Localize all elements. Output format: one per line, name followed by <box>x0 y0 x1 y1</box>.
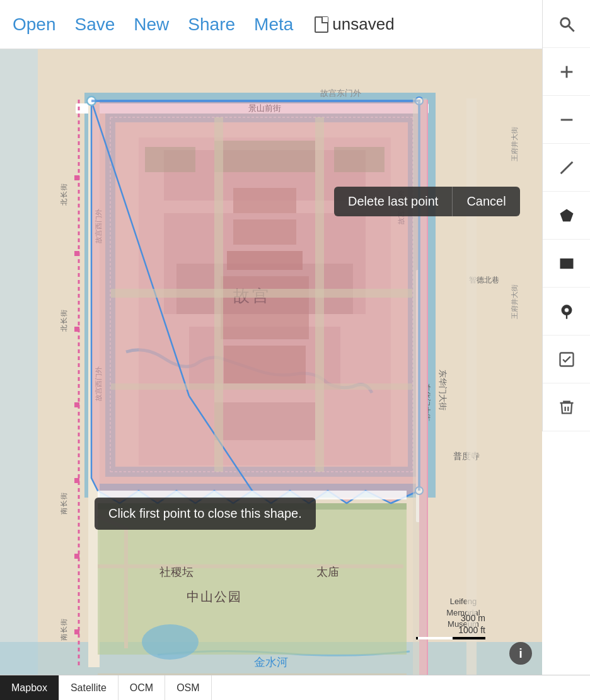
svg-rect-85 <box>466 98 477 675</box>
svg-text:故宫东门外: 故宫东门外 <box>320 88 361 98</box>
search-button[interactable] <box>543 0 591 48</box>
svg-rect-86 <box>413 98 427 675</box>
new-button[interactable]: New <box>134 15 169 35</box>
scale-line <box>416 637 485 639</box>
scale-bar: 300 m 1000 ft <box>416 613 485 639</box>
polygon-tool-button[interactable] <box>543 192 591 240</box>
zoom-out-button[interactable] <box>543 96 591 144</box>
scale-label-1000ft: 1000 ft <box>458 625 485 636</box>
svg-text:王府井大街: 王府井大街 <box>511 284 518 319</box>
zoom-in-button[interactable] <box>543 48 591 96</box>
svg-line-1 <box>569 26 574 31</box>
delete-button[interactable] <box>543 383 591 431</box>
svg-marker-72 <box>91 101 419 503</box>
svg-line-5 <box>560 161 572 173</box>
svg-point-41 <box>142 624 199 660</box>
svg-text:南长街: 南长街 <box>60 618 67 641</box>
edit-button[interactable] <box>543 335 591 383</box>
unsaved-group: unsaved <box>315 15 394 34</box>
rectangle-tool-button[interactable] <box>543 240 591 288</box>
svg-rect-83 <box>111 289 412 298</box>
svg-text:金水河: 金水河 <box>254 656 288 668</box>
svg-text:王府井大街: 王府井大街 <box>511 127 518 161</box>
svg-rect-60 <box>74 554 79 559</box>
cancel-button[interactable]: Cancel <box>453 187 519 216</box>
info-button[interactable]: i <box>509 642 532 665</box>
svg-text:东华门大街: 东华门大街 <box>438 370 448 411</box>
line-tool-button[interactable] <box>543 144 591 192</box>
svg-text:中山公园: 中山公园 <box>187 590 242 604</box>
svg-text:北长街: 北长街 <box>60 183 67 206</box>
context-menu: Delete last point Cancel <box>334 187 520 216</box>
open-button[interactable]: Open <box>13 15 56 35</box>
map-area[interactable]: 金水河 景山前街 东华门大街 <box>0 49 542 675</box>
svg-rect-84 <box>111 383 412 390</box>
tab-mapbox[interactable]: Mapbox <box>0 675 59 701</box>
svg-text:太庙: 太庙 <box>316 566 339 578</box>
pin-tool-button[interactable] <box>543 288 591 335</box>
meta-button[interactable]: Meta <box>254 15 293 35</box>
top-toolbar: Open Save New Share Meta unsaved <box>0 0 542 49</box>
drawing-tooltip: Click first point to close this shape. <box>95 498 316 530</box>
svg-text:南长街: 南长街 <box>60 492 67 515</box>
svg-rect-58 <box>74 402 79 407</box>
svg-marker-6 <box>560 209 573 221</box>
svg-rect-61 <box>74 629 79 634</box>
tab-satellite[interactable]: Satellite <box>59 675 119 701</box>
drawing-tooltip-text: Click first point to close this shape. <box>108 506 302 520</box>
svg-point-10 <box>564 308 569 312</box>
right-toolbar <box>542 0 590 431</box>
scale-label-300m: 300 m <box>461 613 485 624</box>
svg-rect-55 <box>74 175 79 180</box>
svg-text:北长街: 北长街 <box>60 309 67 332</box>
svg-rect-59 <box>74 478 79 483</box>
svg-rect-15 <box>0 49 38 675</box>
svg-text:社稷坛: 社稷坛 <box>159 566 194 578</box>
save-button[interactable]: Save <box>75 15 115 35</box>
delete-last-point-button[interactable]: Delete last point <box>334 187 452 216</box>
tab-osm[interactable]: OSM <box>165 675 211 701</box>
file-icon <box>315 16 328 33</box>
svg-rect-56 <box>74 251 79 256</box>
svg-rect-57 <box>74 327 79 332</box>
share-button[interactable]: Share <box>188 15 235 35</box>
unsaved-label: unsaved <box>332 15 394 34</box>
svg-point-0 <box>560 18 569 26</box>
svg-rect-7 <box>560 258 573 268</box>
bottom-bar: Mapbox Satellite OCM OSM <box>0 675 590 700</box>
tab-ocm[interactable]: OCM <box>119 675 165 701</box>
